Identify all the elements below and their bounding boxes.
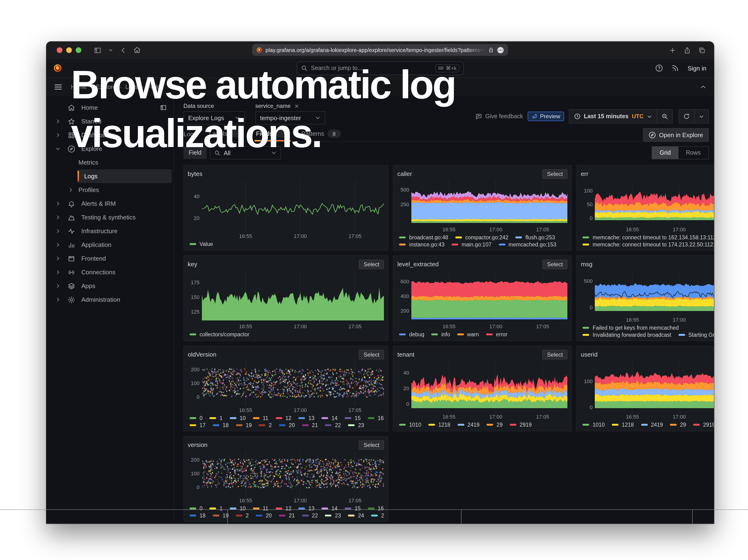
legend-item[interactable]: warn xyxy=(457,331,479,337)
legend-item[interactable]: collectors/compactor xyxy=(190,331,250,337)
breadcrumb-item-fields[interactable]: Fields xyxy=(147,84,163,90)
legend-item[interactable]: 10 xyxy=(230,506,246,511)
chart-level_extracted[interactable] xyxy=(412,271,568,323)
breadcrumb-item-logs[interactable]: Logs xyxy=(125,84,138,90)
sidebar-item-alerts-irm[interactable]: Alerts & IRM xyxy=(46,197,173,210)
minimize-window-icon[interactable] xyxy=(66,47,72,53)
legend-item[interactable]: 16 xyxy=(368,415,384,421)
select-button[interactable]: Select xyxy=(542,169,568,179)
tab-labels[interactable]: Labels xyxy=(209,130,244,141)
chevron-right-icon[interactable] xyxy=(53,256,63,261)
legend-item[interactable]: Value xyxy=(190,241,213,247)
sidebar-item-logs[interactable]: Logs xyxy=(77,169,172,183)
sidebar-item-administration[interactable]: Administration xyxy=(46,293,173,306)
chevron-right-icon[interactable] xyxy=(53,215,63,220)
legend-item[interactable]: compactor.go:242 xyxy=(455,235,509,240)
legend-item[interactable]: error xyxy=(486,331,508,337)
legend-item[interactable]: 20 xyxy=(279,422,295,428)
legend-item[interactable]: 2419 xyxy=(641,422,663,427)
tab-fields[interactable]: Fields xyxy=(256,130,289,141)
legend-item[interactable]: 18 xyxy=(190,513,206,518)
sidebar-item-infrastructure[interactable]: Infrastructure xyxy=(46,224,173,238)
share-icon[interactable] xyxy=(684,47,691,54)
chart-err[interactable] xyxy=(595,181,714,226)
legend-item[interactable]: 23 xyxy=(325,513,341,518)
legend-item[interactable]: 2 xyxy=(259,422,272,428)
sidebar-item-explore[interactable]: Explore xyxy=(46,142,173,156)
legend-item[interactable]: 10 xyxy=(230,415,246,421)
give-feedback-link[interactable]: Give feedback xyxy=(475,113,523,120)
home-browser-icon[interactable] xyxy=(133,46,141,54)
sidebar-item-starred[interactable]: Starred xyxy=(46,114,173,128)
chart-bytes[interactable] xyxy=(202,181,384,233)
chevron-right-icon[interactable] xyxy=(53,283,63,288)
back-icon[interactable] xyxy=(120,47,127,54)
breadcrumb-item-explore[interactable]: Explore xyxy=(96,84,116,90)
legend-item[interactable]: 29 xyxy=(487,422,502,427)
legend-item[interactable]: 12 xyxy=(275,506,291,511)
legend-item[interactable]: 16 xyxy=(368,506,384,511)
legend-item[interactable]: 2919 xyxy=(510,422,532,427)
breadcrumb-item-home[interactable]: Home xyxy=(71,84,87,90)
chevron-right-icon[interactable] xyxy=(53,119,63,124)
data-source-select[interactable]: Explore Logs xyxy=(184,111,245,124)
legend-item[interactable]: 29 xyxy=(670,422,686,427)
legend-item[interactable]: broadcast.go:48 xyxy=(399,235,448,240)
legend-item[interactable]: memcache: connect timeout to 162.134.158… xyxy=(583,235,714,240)
legend-item[interactable]: 1218 xyxy=(428,422,450,427)
legend-item[interactable]: 1 xyxy=(210,506,223,511)
sidebar-item-metrics[interactable]: Metrics xyxy=(46,156,173,169)
chevron-up-icon[interactable] xyxy=(700,84,706,90)
legend-item[interactable]: 1218 xyxy=(612,422,634,427)
sidebar-item-application[interactable]: Application xyxy=(46,238,173,252)
tab-patterns[interactable]: Patterns8 xyxy=(301,130,341,141)
sidebar-item-profiles[interactable]: Profiles xyxy=(46,183,173,197)
chevron-right-icon[interactable] xyxy=(53,270,63,275)
legend-item[interactable]: memcached.go:153 xyxy=(498,242,556,247)
remove-filter-icon[interactable] xyxy=(294,103,299,109)
select-button[interactable]: Select xyxy=(359,350,384,359)
service-name-select[interactable]: tempo-ingester xyxy=(255,111,325,124)
zoom-out-button[interactable] xyxy=(657,110,672,123)
legend-item[interactable]: 18 xyxy=(213,422,229,428)
legend-item[interactable]: 2 xyxy=(371,513,384,518)
sidebar-toggle-icon[interactable] xyxy=(94,46,102,54)
legend-item[interactable]: instance.go:43 xyxy=(399,242,445,247)
sidebar-item-apps[interactable]: Apps xyxy=(46,279,173,293)
legend-item[interactable]: 19 xyxy=(213,513,229,518)
legend-item[interactable]: 11 xyxy=(253,506,268,511)
legend-item[interactable]: Failed to get keys from memcached xyxy=(583,325,679,331)
chevron-down-icon[interactable] xyxy=(53,146,63,151)
legend-item[interactable]: 13 xyxy=(299,506,315,511)
select-button[interactable]: Select xyxy=(359,259,384,269)
legend-item[interactable]: memcache: connect timeout to 174.213.22.… xyxy=(583,242,714,247)
chart-version[interactable] xyxy=(202,452,384,497)
legend-item[interactable]: 22 xyxy=(325,422,341,428)
select-button[interactable]: Select xyxy=(542,350,568,359)
more-options-icon[interactable] xyxy=(497,46,504,54)
select-button[interactable]: Select xyxy=(542,259,568,269)
search-input[interactable]: Search or jump to... ⌘+k xyxy=(297,61,464,75)
new-tab-icon[interactable] xyxy=(669,47,676,54)
chevron-right-icon[interactable] xyxy=(68,187,73,192)
legend-item[interactable]: 19 xyxy=(236,422,252,428)
legend-item[interactable]: 21 xyxy=(279,513,295,518)
sign-in-link[interactable]: Sign in xyxy=(688,65,707,72)
legend-item[interactable]: 15 xyxy=(345,506,361,511)
sidebar-item-testing-synthetics[interactable]: Testing & synthetics xyxy=(46,210,173,224)
legend-item[interactable]: 21 xyxy=(302,422,318,428)
legend-item[interactable]: 0 xyxy=(190,415,203,421)
legend-item[interactable]: 2 xyxy=(236,513,249,518)
legend-item[interactable]: 1 xyxy=(210,415,223,421)
chart-oldVersion[interactable] xyxy=(202,361,384,407)
chart-userid[interactable] xyxy=(595,361,714,413)
chevron-right-icon[interactable] xyxy=(53,201,63,206)
menu-icon[interactable] xyxy=(54,83,63,91)
legend-item[interactable]: 0 xyxy=(190,506,203,511)
chart-caller[interactable] xyxy=(412,181,568,226)
legend-item[interactable]: 24 xyxy=(348,513,364,518)
chart-key[interactable] xyxy=(202,271,384,323)
chart-tenant[interactable] xyxy=(412,361,568,413)
legend-item[interactable]: 13 xyxy=(299,415,315,421)
sidebar-item-frontend[interactable]: Frontend xyxy=(46,252,173,265)
